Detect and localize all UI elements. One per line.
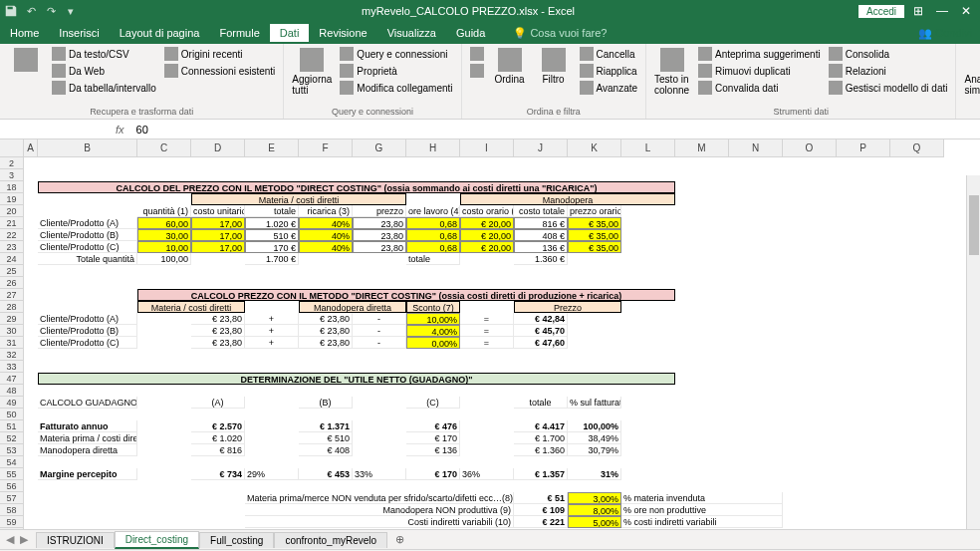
cell-J21[interactable]: 816 € bbox=[514, 217, 568, 229]
cell-B29[interactable]: Cliente/Prodotto (A) bbox=[38, 313, 137, 325]
cell-F22[interactable]: 40% bbox=[299, 229, 353, 241]
row-header-30[interactable]: 30 bbox=[0, 325, 24, 337]
cell-C22[interactable]: 30,00 bbox=[137, 229, 191, 241]
row-header-3[interactable]: 3 bbox=[0, 169, 24, 181]
tab-data[interactable]: Dati bbox=[270, 24, 310, 42]
cell-C28[interactable]: Materia / costi diretti bbox=[137, 301, 245, 313]
cell-G20[interactable]: prezzo bbox=[353, 205, 406, 217]
sheet-tab-direct[interactable]: Direct_costing bbox=[115, 531, 199, 549]
cell-C21[interactable]: 60,00 bbox=[137, 217, 191, 229]
col-header-D[interactable]: D bbox=[191, 139, 245, 157]
cell-B47[interactable]: DETERMINAZIONE DEL "UTILE NETTO (GUADAGN… bbox=[38, 373, 675, 385]
col-header-P[interactable]: P bbox=[837, 139, 890, 157]
cell-B55[interactable]: Margine percepito bbox=[38, 468, 137, 480]
minimize-icon[interactable]: — bbox=[932, 2, 952, 20]
cell-H28[interactable]: Sconto (7) bbox=[406, 301, 460, 313]
close-icon[interactable]: ✕ bbox=[956, 2, 976, 20]
reapply-button[interactable]: Riapplica bbox=[578, 63, 640, 79]
cell-J24[interactable]: 1.360 € bbox=[514, 253, 568, 265]
cell-G55[interactable]: 33% bbox=[353, 468, 406, 480]
cell-K59[interactable]: 5,00% bbox=[568, 516, 621, 528]
row-header-31[interactable]: 31 bbox=[0, 337, 24, 349]
cell-I55[interactable]: 36% bbox=[460, 468, 514, 480]
cell-H31[interactable]: 0,00% bbox=[406, 337, 460, 349]
cell-E21[interactable]: 1.020 € bbox=[245, 217, 299, 229]
cell-G29[interactable]: - bbox=[353, 313, 406, 325]
tab-insert[interactable]: Inserisci bbox=[49, 24, 109, 42]
cell-H23[interactable]: 0,68 bbox=[406, 241, 460, 253]
clear-button[interactable]: Cancella bbox=[578, 46, 640, 62]
cell-B30[interactable]: Cliente/Prodotto (B) bbox=[38, 325, 137, 337]
cell-L59[interactable]: % costi indiretti variabili bbox=[621, 516, 783, 528]
cell-J31[interactable]: € 47,60 bbox=[514, 337, 568, 349]
cell-J59[interactable]: € 221 bbox=[514, 516, 568, 528]
col-header-F[interactable]: F bbox=[299, 139, 353, 157]
cell-J28[interactable]: Prezzo bbox=[514, 301, 621, 313]
row-header-22[interactable]: 22 bbox=[0, 229, 24, 241]
cell-D19[interactable]: Materia / costi diretti bbox=[191, 193, 406, 205]
cell-I31[interactable]: = bbox=[460, 337, 514, 349]
qat-more-icon[interactable]: ▾ bbox=[64, 4, 78, 18]
share-button[interactable]: 👥 Condivi bbox=[910, 23, 980, 44]
from-table-button[interactable]: Da tabella/intervallo bbox=[50, 80, 158, 96]
cell-C20[interactable]: quantità (1) bbox=[137, 205, 191, 217]
cell-I29[interactable]: = bbox=[460, 313, 514, 325]
sort-az-button[interactable] bbox=[468, 46, 486, 62]
cell-K49[interactable]: % sul fatturato bbox=[568, 397, 621, 409]
cell-H52[interactable]: € 170 bbox=[406, 432, 460, 444]
redo-icon[interactable]: ↷ bbox=[44, 4, 58, 18]
cell-F55[interactable]: € 453 bbox=[299, 468, 353, 480]
cell-E24[interactable]: 1.700 € bbox=[245, 253, 299, 265]
cell-G23[interactable]: 23,80 bbox=[353, 241, 406, 253]
row-header-47[interactable]: 47 bbox=[0, 373, 24, 385]
col-header-E[interactable]: E bbox=[245, 139, 299, 157]
from-web-button[interactable]: Da Web bbox=[50, 63, 158, 79]
cell-J20[interactable]: costo totale bbox=[514, 205, 568, 217]
get-data-button[interactable] bbox=[6, 46, 46, 74]
row-header-29[interactable]: 29 bbox=[0, 313, 24, 325]
row-header-21[interactable]: 21 bbox=[0, 217, 24, 229]
flash-fill-button[interactable]: Anteprima suggerimenti bbox=[696, 46, 823, 62]
cell-F53[interactable]: € 408 bbox=[299, 444, 353, 456]
cell-C24[interactable]: 100,00 bbox=[137, 253, 191, 265]
cell-K55[interactable]: 31% bbox=[568, 468, 621, 480]
row-header-56[interactable]: 56 bbox=[0, 480, 24, 492]
cell-D55[interactable]: € 734 bbox=[191, 468, 245, 480]
cell-E55[interactable]: 29% bbox=[245, 468, 299, 480]
advanced-button[interactable]: Avanzate bbox=[578, 80, 640, 96]
row-header-28[interactable]: 28 bbox=[0, 301, 24, 313]
cell-C23[interactable]: 10,00 bbox=[137, 241, 191, 253]
vertical-scrollbar[interactable] bbox=[966, 175, 980, 529]
cell-I23[interactable]: € 20,00 bbox=[460, 241, 514, 253]
cell-J30[interactable]: € 45,70 bbox=[514, 325, 568, 337]
cell-D23[interactable]: 17,00 bbox=[191, 241, 245, 253]
row-header-55[interactable]: 55 bbox=[0, 468, 24, 480]
sheet-tab-full[interactable]: Full_costing bbox=[199, 532, 274, 548]
cell-K22[interactable]: € 35,00 bbox=[568, 229, 621, 241]
cell-J58[interactable]: € 109 bbox=[514, 504, 568, 516]
cell-F23[interactable]: 40% bbox=[299, 241, 353, 253]
cell-H24[interactable]: totale bbox=[406, 253, 460, 265]
filter-button[interactable]: Filtro bbox=[534, 46, 574, 87]
cell-H21[interactable]: 0,68 bbox=[406, 217, 460, 229]
cell-D29[interactable]: € 23,80 bbox=[191, 313, 245, 325]
row-header-27[interactable]: 27 bbox=[0, 289, 24, 301]
row-header-52[interactable]: 52 bbox=[0, 432, 24, 444]
tab-next-icon[interactable]: ▶ bbox=[20, 533, 28, 546]
cell-I22[interactable]: € 20,00 bbox=[460, 229, 514, 241]
row-header-58[interactable]: 58 bbox=[0, 504, 24, 516]
cell-K23[interactable]: € 35,00 bbox=[568, 241, 621, 253]
cell-H49[interactable]: (C) bbox=[406, 397, 460, 409]
add-sheet-button[interactable]: ⊕ bbox=[387, 533, 412, 546]
cell-G21[interactable]: 23,80 bbox=[353, 217, 406, 229]
cell-H55[interactable]: € 170 bbox=[406, 468, 460, 480]
cell-D53[interactable]: € 816 bbox=[191, 444, 245, 456]
cell-J52[interactable]: € 1.700 bbox=[514, 432, 568, 444]
col-header-N[interactable]: N bbox=[729, 139, 783, 157]
cell-G31[interactable]: - bbox=[353, 337, 406, 349]
tab-help[interactable]: Guida bbox=[446, 24, 495, 42]
row-header-53[interactable]: 53 bbox=[0, 444, 24, 456]
cell-E22[interactable]: 510 € bbox=[245, 229, 299, 241]
cell-E20[interactable]: totale bbox=[245, 205, 299, 217]
row-header-59[interactable]: 59 bbox=[0, 516, 24, 528]
